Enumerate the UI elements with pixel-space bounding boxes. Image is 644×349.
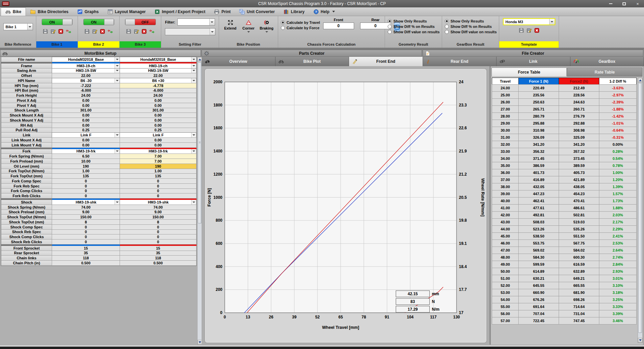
setup-value-link-mount-x-adj-bike1[interactable]: 0.00: [52, 137, 120, 143]
setup-value-shock-comp-spec-bike2[interactable]: 0: [120, 224, 197, 230]
gearbox-radio-show-diff-value-on-results[interactable]: Show Diff value on results: [445, 30, 497, 34]
geometry-radio-show-only-results[interactable]: Show Only Results: [388, 19, 427, 23]
setup-dropdown-swing-arm-bike2[interactable]: HM3-19-SW: [120, 68, 197, 74]
menu-tab-import-export-project[interactable]: Import / Export Project: [150, 7, 210, 16]
setup-value-fork-reb-clicks-bike2[interactable]: 0: [120, 193, 197, 199]
setup-value-link-mount-x-adj-bike2[interactable]: 0.00: [120, 137, 197, 143]
edit-template-button[interactable]: [526, 28, 532, 35]
setup-value-fork-spring-n-mm-bike1[interactable]: 6.50: [52, 154, 120, 159]
setup-value-rear-sprocket-bike1[interactable]: 35: [52, 251, 120, 256]
table-tab-rate-table[interactable]: Rate Table: [567, 68, 642, 77]
front-travel-input[interactable]: 0: [323, 23, 354, 29]
setup-value-fork-preload-mm-bike2[interactable]: 7.00: [120, 159, 197, 164]
delete-bike-3-button[interactable]: [141, 29, 147, 36]
setup-value-fork-topout-n-mm-bike1[interactable]: 1.00: [52, 169, 120, 174]
setup-value-pull-rod-adj-bike1[interactable]: 0.25: [52, 128, 120, 133]
delete-bike-1-button[interactable]: [58, 29, 63, 36]
setup-dropdown-fork-bike1[interactable]: HM3-19-frk: [52, 149, 120, 154]
setup-value-pivot-y-adj-bike2[interactable]: 0.00: [120, 103, 197, 108]
setup-dropdown-file-name-bike2[interactable]: HondaM32018_Base: [120, 57, 197, 62]
menu-tab-library[interactable]: Library: [279, 7, 309, 16]
setup-value-fork-topout-n-mm-bike2[interactable]: 1.00: [120, 169, 197, 174]
delete-bike-2-button[interactable]: [100, 29, 105, 36]
column-header-travel[interactable]: Travel: [492, 78, 519, 85]
setup-value-fork-preload-mm-bike1[interactable]: 10.00: [52, 159, 120, 164]
setup-value-oil-level-mm-bike1[interactable]: 190: [52, 164, 120, 169]
setup-dropdown-shock-bike2[interactable]: HM3-19-shk: [120, 200, 197, 205]
setup-dropdown-frame-bike1[interactable]: HM3-19-ch: [52, 63, 120, 69]
setup-value-fork-topout-mm-bike1[interactable]: 135: [52, 173, 120, 179]
view-tab-gearbox[interactable]: GearBox: [570, 57, 644, 66]
chassis-radio-calculate-by-force[interactable]: Calculate by Force: [281, 26, 319, 30]
edit-bike-3-button[interactable]: [134, 29, 139, 36]
setup-value-chain-pitch-in-bike2[interactable]: 0.500: [120, 260, 197, 266]
swap-bike-3-button[interactable]: [149, 29, 155, 36]
setup-value-shock-comp-clicks-bike2[interactable]: 0: [120, 234, 197, 239]
scroll-down-icon[interactable]: [638, 338, 642, 343]
setup-dropdown-hpi-name-bike2[interactable]: B6 +30: [120, 78, 197, 83]
setup-value-link-mount-y-adj-bike2[interactable]: 0.00: [120, 142, 197, 148]
menu-tab-graphs[interactable]: Graphs: [73, 7, 103, 16]
scrollbar-thumb[interactable]: [198, 62, 202, 223]
gearbox-radio-show-only-results[interactable]: Show Only Results: [445, 19, 484, 23]
menu-tab-bike[interactable]: Bike: [1, 7, 26, 16]
filter-select-2[interactable]: [165, 28, 215, 35]
bike-2-toggle[interactable]: ON: [83, 19, 114, 25]
setup-value-pivot-y-adj-bike1[interactable]: 0.00: [52, 103, 120, 108]
braking-button[interactable]: Braking: [258, 20, 276, 33]
edit-bike-2-button[interactable]: [92, 29, 97, 36]
column-header-force2-n[interactable]: Force2 (N): [559, 78, 599, 85]
setup-value-shock-reb-clicks-bike2[interactable]: 0: [120, 239, 197, 245]
setup-value-shock-preload-mm-bike2[interactable]: 9.00: [120, 210, 197, 215]
bike-1-toggle[interactable]: ON: [42, 19, 73, 25]
force-table-scrollbar[interactable]: [638, 78, 643, 343]
setup-value-fork-spring-n-mm-bike2[interactable]: 7.00: [120, 154, 197, 159]
column-header-force-1-n[interactable]: Force 1 (N): [518, 78, 559, 85]
geometry-radio-show-diff-value-on-results[interactable]: Show Diff value on results: [388, 30, 440, 34]
setup-value-shock-spring-n-mm-bike1[interactable]: 74.00: [52, 205, 120, 210]
setup-value-pull-rod-adj-bike2[interactable]: 0.25: [120, 128, 197, 133]
setup-value-shock-spring-n-mm-bike2[interactable]: 74.00: [120, 205, 197, 210]
setup-value-front-sprocket-bike2[interactable]: 15: [120, 246, 197, 251]
view-tab-rear-end[interactable]: Rear End: [423, 57, 497, 66]
setup-value-shock-topout-n-mm-bike2[interactable]: 150.00: [120, 214, 197, 220]
save-bike-2-button[interactable]: [84, 29, 90, 36]
setup-value-fork-topout-mm-bike2[interactable]: 135: [120, 173, 197, 179]
setup-value-shock-mount-y-adj-bike1[interactable]: 0.00: [52, 118, 120, 123]
setup-value-fork-reb-clicks-bike1[interactable]: 0: [52, 193, 120, 199]
setup-value-shock-topout-mm-bike2[interactable]: 8: [120, 219, 197, 225]
setup-value-hpi-bot-mm-bike2[interactable]: -6.000: [120, 88, 197, 93]
corner-button[interactable]: Corner: [240, 20, 258, 33]
swap-bike-2-button[interactable]: [108, 29, 113, 36]
main-tab-motorbike-setup[interactable]: MotorBike Setup: [0, 50, 201, 57]
setup-dropdown-file-name-bike1[interactable]: HondaM32018_Base: [52, 57, 120, 62]
setup-value-chain-links-bike2[interactable]: 118: [120, 255, 197, 261]
column-header-1-2-diff[interactable]: 1-2 Diff %: [599, 78, 637, 85]
setup-value-rh-adj-bike2[interactable]: 0.00: [120, 123, 197, 128]
setup-value-shock-reb-spec-bike2[interactable]: 0: [120, 229, 197, 235]
setup-value-rear-sprocket-bike2[interactable]: 35: [120, 251, 197, 256]
setup-value-hpi-bot-mm-bike1[interactable]: -6.000: [52, 88, 120, 93]
setup-value-shock-comp-spec-bike1[interactable]: 0: [52, 224, 120, 230]
setup-value-link-mount-y-adj-bike1[interactable]: 0.00: [52, 142, 120, 148]
setup-value-rh-adj-bike1[interactable]: 0.00: [52, 123, 120, 128]
setup-value-offset-bike1[interactable]: 22.00: [52, 73, 120, 78]
setup-value-offset-bike2[interactable]: 22.00: [120, 73, 197, 78]
setup-value-oil-level-mm-bike2[interactable]: 190: [120, 164, 197, 169]
scroll-up-icon[interactable]: [638, 78, 642, 83]
setup-dropdown-fork-bike2[interactable]: HM3-19-frk: [120, 149, 197, 154]
menu-tab-bike-directories[interactable]: Bike Directories: [26, 7, 73, 16]
setup-dropdown-swing-arm-bike1[interactable]: HM3-19-SW: [52, 68, 120, 74]
setup-value-shock-topout-n-mm-bike1[interactable]: 150.00: [52, 214, 120, 220]
setup-dropdown-link-bike1[interactable]: Link F: [52, 132, 120, 138]
view-tab-overview[interactable]: Overview: [202, 57, 275, 66]
setup-value-shock-mount-y-adj-bike2[interactable]: 0.00: [120, 118, 197, 123]
setup-value-shock-reb-spec-bike1[interactable]: 0: [52, 229, 120, 235]
setup-value-shock-mount-x-adj-bike1[interactable]: 0.00: [52, 113, 120, 118]
setup-value-shock-reb-clicks-bike1[interactable]: 0: [52, 239, 120, 245]
delete-template-button[interactable]: [534, 28, 540, 35]
setup-value-pivot-x-adj-bike1[interactable]: 0.00: [52, 98, 120, 103]
setup-value-shock-topout-mm-bike1[interactable]: 8: [52, 219, 120, 225]
setup-dropdown-frame-bike2[interactable]: HM3-19-ch: [120, 63, 197, 69]
setup-value-fork-reb-spec-bike2[interactable]: 0: [120, 183, 197, 189]
